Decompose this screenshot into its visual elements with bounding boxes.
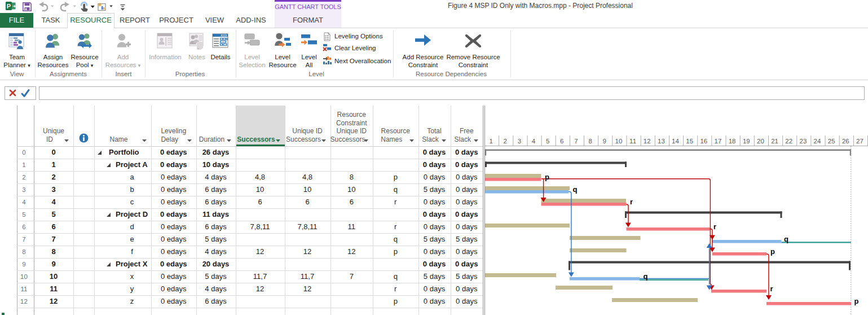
svg-text:23: 23 — [800, 138, 807, 145]
svg-text:7: 7 — [574, 138, 578, 145]
svg-text:p: p — [545, 173, 549, 181]
svg-text:q: q — [573, 185, 578, 194]
svg-text:19: 19 — [743, 138, 750, 145]
svg-text:3: 3 — [518, 138, 521, 145]
svg-text:r: r — [630, 198, 633, 206]
svg-text:22: 22 — [785, 138, 792, 145]
svg-text:26: 26 — [842, 138, 849, 145]
svg-text:4: 4 — [532, 138, 536, 145]
svg-text:8: 8 — [588, 138, 592, 145]
svg-text:2: 2 — [503, 138, 506, 145]
svg-text:r: r — [713, 222, 716, 231]
svg-text:9: 9 — [603, 138, 606, 145]
svg-text:14: 14 — [672, 138, 679, 145]
svg-text:p: p — [770, 247, 775, 256]
svg-text:11: 11 — [629, 138, 636, 145]
svg-text:5: 5 — [546, 138, 549, 145]
svg-text:12: 12 — [644, 138, 651, 145]
svg-text:6: 6 — [560, 138, 563, 145]
svg-text:24: 24 — [814, 138, 821, 145]
svg-text:q: q — [644, 272, 648, 281]
svg-text:r: r — [770, 285, 773, 293]
svg-text:17: 17 — [715, 138, 722, 145]
svg-text:q: q — [784, 235, 788, 243]
svg-text:15: 15 — [686, 138, 693, 145]
svg-text:1: 1 — [489, 138, 492, 145]
svg-text:25: 25 — [828, 138, 835, 145]
svg-text:20: 20 — [757, 138, 764, 145]
svg-text:16: 16 — [700, 138, 707, 145]
svg-text:p: p — [854, 297, 859, 305]
svg-text:27: 27 — [856, 138, 863, 145]
svg-text:13: 13 — [658, 138, 665, 145]
svg-text:10: 10 — [615, 138, 623, 145]
svg-text:18: 18 — [729, 138, 736, 145]
svg-text:21: 21 — [771, 138, 778, 145]
